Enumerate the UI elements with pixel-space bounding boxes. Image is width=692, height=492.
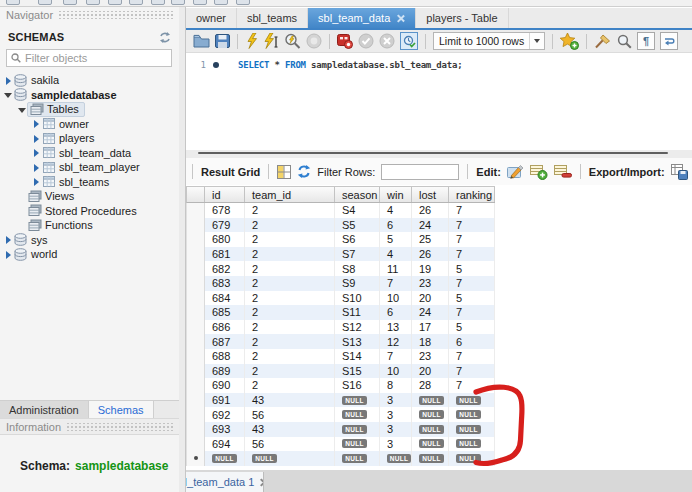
cell-season[interactable]: S16	[335, 378, 380, 393]
cell-id[interactable]: 686	[205, 320, 245, 335]
cell-win[interactable]: 3	[380, 422, 412, 437]
grid-new-row[interactable]: NULLNULLNULLNULLNULLNULL	[186, 451, 495, 466]
cell-season[interactable]: S5	[335, 218, 380, 233]
save-snippet-icon[interactable]	[560, 33, 579, 50]
cell-win[interactable]: 13	[380, 320, 412, 335]
main-toolbar-button-partial[interactable]	[129, 0, 143, 5]
save-icon[interactable]	[215, 34, 230, 48]
cell-lost[interactable]: 18	[412, 334, 449, 349]
close-tab-icon[interactable]	[396, 14, 405, 23]
cell-win[interactable]: 6	[380, 305, 412, 320]
expand-arrow-icon[interactable]	[32, 177, 41, 186]
cell-ranking[interactable]: 7	[449, 305, 495, 320]
cell-team_id[interactable]: 2	[245, 378, 335, 393]
grid-icon[interactable]	[277, 165, 291, 179]
main-toolbar-button-partial[interactable]	[236, 0, 250, 5]
editor-tab-sbl-team-data[interactable]: sbl_team_data	[308, 8, 416, 28]
find-icon[interactable]	[617, 34, 632, 49]
cell-team_id[interactable]: 43	[245, 422, 335, 437]
cell-win[interactable]: 7	[380, 276, 412, 291]
cell-ranking[interactable]: 7	[449, 232, 495, 247]
cell-season[interactable]: S14	[335, 349, 380, 364]
refresh-icon[interactable]	[297, 165, 311, 178]
toggle-autocommit-icon[interactable]	[400, 32, 418, 50]
cell-team_id[interactable]: 2	[245, 261, 335, 276]
row-selector[interactable]	[187, 247, 205, 262]
cell-ranking[interactable]: 5	[449, 320, 495, 335]
cell-lost[interactable]: NULL	[412, 407, 449, 422]
row-selector[interactable]	[187, 291, 205, 306]
edit-pencil-icon[interactable]	[507, 164, 524, 179]
cell-team_id[interactable]: 43	[245, 393, 335, 408]
collapse-arrow-icon[interactable]	[18, 105, 27, 114]
expand-arrow-icon[interactable]	[32, 119, 41, 128]
tree-item-world[interactable]: world	[0, 247, 179, 262]
cell-win[interactable]: 3	[380, 393, 412, 408]
cell-id[interactable]: 685	[205, 305, 245, 320]
cell-win[interactable]: 3	[380, 407, 412, 422]
cell-win[interactable]: 4	[380, 203, 412, 218]
cell-team_id[interactable]: 2	[245, 291, 335, 306]
filter-objects-input[interactable]	[25, 52, 167, 64]
delete-row-icon[interactable]	[554, 164, 572, 180]
cell-ranking[interactable]: 6	[449, 334, 495, 349]
export-icon[interactable]	[671, 164, 688, 180]
main-toolbar-button-partial[interactable]	[108, 0, 122, 5]
tree-item-players[interactable]: players	[0, 131, 179, 146]
cell-team_id[interactable]: 2	[245, 364, 335, 379]
row-selector[interactable]	[187, 203, 205, 218]
row-selector[interactable]	[187, 407, 205, 422]
editor-tab-owner[interactable]: owner	[186, 8, 237, 28]
cell-season[interactable]: NULL	[335, 393, 380, 408]
explain-plan-icon[interactable]	[284, 33, 301, 49]
cell-win[interactable]: 12	[380, 334, 412, 349]
expand-arrow-icon[interactable]	[4, 235, 13, 244]
cell-ranking[interactable]: 7	[449, 378, 495, 393]
column-header-lost[interactable]: lost	[412, 187, 449, 202]
grid-row[interactable]: 69343NULL3NULLNULL	[186, 422, 495, 437]
cell-team_id[interactable]: 2	[245, 203, 335, 218]
grid-row[interactable]: 69256NULL3NULLNULL	[186, 407, 495, 422]
cell-ranking[interactable]: NULL	[449, 437, 495, 452]
show-invisibles-icon[interactable]: ¶	[637, 32, 655, 50]
horizontal-splitter[interactable]	[186, 150, 692, 158]
cell-season[interactable]: S15	[335, 364, 380, 379]
cell-season[interactable]: S4	[335, 203, 380, 218]
tree-item-views[interactable]: Views	[0, 189, 179, 204]
sidebar-tab-schemas[interactable]: Schemas	[89, 401, 154, 418]
cell-id[interactable]: 679	[205, 218, 245, 233]
cell-win[interactable]: NULL	[380, 451, 412, 466]
cell-ranking[interactable]: 7	[449, 276, 495, 291]
limit-rows-select[interactable]: Limit to 1000 rows	[433, 32, 545, 50]
cell-team_id[interactable]: 2	[245, 232, 335, 247]
main-toolbar-button-partial[interactable]	[151, 0, 165, 5]
schemas-refresh-icon[interactable]	[159, 32, 171, 43]
tree-item-sys[interactable]: sys	[0, 233, 179, 248]
cell-team_id[interactable]: 2	[245, 247, 335, 262]
cell-id[interactable]: 681	[205, 247, 245, 262]
cell-lost[interactable]: 17	[412, 320, 449, 335]
row-selector[interactable]	[187, 422, 205, 437]
tree-item-sbl-team-data[interactable]: sbl_team_data	[0, 146, 179, 161]
grid-row[interactable]: 6802S65257	[186, 232, 495, 247]
cell-lost[interactable]: 20	[412, 291, 449, 306]
grid-row[interactable]: 6822S811195	[186, 261, 495, 276]
grid-row[interactable]: 6842S1010205	[186, 291, 495, 306]
cell-win[interactable]: 11	[380, 261, 412, 276]
row-selector[interactable]	[187, 378, 205, 393]
row-selector[interactable]	[187, 276, 205, 291]
cell-team_id[interactable]: 2	[245, 218, 335, 233]
toggle-wrap-icon[interactable]	[660, 32, 678, 50]
tree-item-functions[interactable]: Functions	[0, 218, 179, 233]
grid-row[interactable]: 6852S116247	[186, 305, 495, 320]
cell-ranking[interactable]: 7	[449, 247, 495, 262]
cell-lost[interactable]: NULL	[412, 393, 449, 408]
column-header-id[interactable]: id	[205, 187, 245, 202]
cell-ranking[interactable]: 7	[449, 203, 495, 218]
tree-item-sampledatabase[interactable]: sampledatabase	[0, 88, 179, 103]
main-toolbar-button-partial[interactable]	[6, 0, 20, 5]
cell-id[interactable]: 684	[205, 291, 245, 306]
cell-season[interactable]: NULL	[335, 451, 380, 466]
cell-season[interactable]: S13	[335, 334, 380, 349]
row-selector[interactable]	[187, 349, 205, 364]
